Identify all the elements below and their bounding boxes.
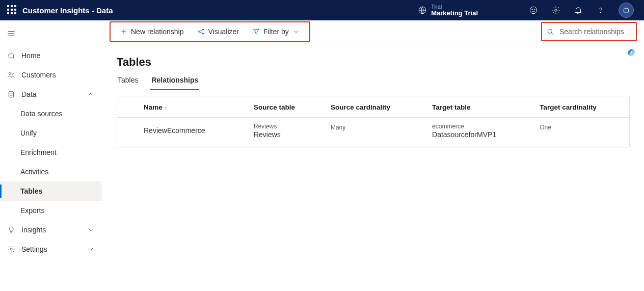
visualizer-button[interactable]: Visualizer [193,23,243,40]
app-launcher-icon[interactable] [7,5,17,15]
sidebar-item-activities[interactable]: Activities [0,162,102,181]
svg-point-11 [12,73,13,74]
main: New relationship Visualizer Filter by [102,20,644,291]
copilot-icon[interactable] [625,46,638,59]
sidebar-item-settings[interactable]: Settings [0,240,102,259]
customers-icon [7,71,15,79]
svg-point-12 [9,91,13,93]
sidebar-item-insights[interactable]: Insights [0,220,102,240]
avatar[interactable] [619,3,634,18]
gear-icon [7,245,15,253]
svg-point-17 [202,29,204,31]
page-tabs: Tables Relationships [117,76,630,91]
environment-name: Marketing Trial [431,10,478,17]
sidebar-item-enrichment[interactable]: Enrichment [0,143,102,162]
cell-name: ReviewEcommerce [117,118,246,147]
feedback-icon[interactable] [529,6,538,15]
svg-point-21 [548,29,552,33]
tab-label: Tables [118,76,138,84]
svg-line-20 [200,32,202,34]
sidebar-item-data-sources[interactable]: Data sources [0,104,102,123]
top-bar: Customer Insights - Data Trial Marketing… [0,0,644,20]
sort-asc-icon: ↑ [165,104,168,111]
relationships-table: Name↑ Source table Source cardinality Ta… [117,96,629,147]
sidebar-item-customers[interactable]: Customers [0,65,102,85]
chevron-down-icon [87,245,95,253]
insights-icon [7,226,15,234]
button-label: Filter by [263,28,289,36]
help-icon[interactable] [596,6,605,15]
button-label: Visualizer [208,28,239,36]
share-nodes-icon [197,28,205,36]
table-row[interactable]: ReviewEcommerce Reviews Reviews Many eco… [117,118,629,147]
filter-icon [252,28,260,36]
sidebar-item-label: Data [21,90,37,98]
filter-by-button[interactable]: Filter by [248,23,304,40]
col-target-cardinality[interactable]: Target cardinality [531,96,629,118]
svg-line-22 [551,33,553,34]
search-input[interactable] [558,27,632,36]
col-target-table[interactable]: Target table [424,96,531,118]
tab-tables[interactable]: Tables [117,76,139,90]
sidebar-item-label: Customers [21,71,56,79]
app-title: Customer Insights - Data [22,6,113,15]
svg-line-19 [200,30,202,32]
cell-source-cardinality: Many [323,118,424,147]
table-header-row: Name↑ Source table Source cardinality Ta… [117,96,629,118]
col-name[interactable]: Name↑ [117,96,246,118]
tab-relationships[interactable]: Relationships [150,76,199,90]
sidebar-item-label: Home [21,51,40,60]
cell-target-table: ecommerce DatasourceforMVP1 [424,118,531,147]
sidebar-item-label: Settings [21,245,47,253]
svg-point-16 [198,31,200,33]
sidebar-item-home[interactable]: Home [0,46,102,65]
page-title: Tables [117,56,630,69]
home-icon [7,51,15,60]
sidebar: Home Customers Data Data sources Unify E… [0,20,102,291]
svg-point-18 [202,33,204,35]
chevron-up-icon [87,90,95,98]
data-icon [7,90,15,98]
col-source-table[interactable]: Source table [246,96,323,118]
sidebar-item-unify[interactable]: Unify [0,123,102,143]
sidebar-item-exports[interactable]: Exports [0,201,102,220]
notifications-icon[interactable] [574,6,583,15]
sidebar-item-tables[interactable]: Tables [0,181,102,201]
svg-point-13 [10,248,12,250]
svg-point-2 [532,9,533,10]
sidebar-toggle[interactable] [6,29,18,41]
environment-switcher[interactable]: Trial Marketing Trial [418,4,478,17]
sidebar-item-data[interactable]: Data [0,85,102,104]
sidebar-item-label: Data sources [20,110,62,118]
svg-point-4 [555,9,557,12]
sidebar-item-label: Tables [20,187,42,195]
command-bar: New relationship Visualizer Filter by [102,20,644,43]
sidebar-item-label: Exports [20,206,44,215]
settings-icon[interactable] [551,6,560,15]
relationships-table-card: Name↑ Source table Source cardinality Ta… [117,96,630,147]
tab-label: Relationships [151,76,198,84]
chevron-down-icon [292,28,300,36]
globe-icon [418,6,427,15]
cell-source-table: Reviews Reviews [246,118,323,147]
cell-target-cardinality: One [531,118,629,147]
search-icon [546,28,554,36]
button-label: New relationship [131,28,184,36]
chevron-down-icon [87,226,95,234]
search-relationships[interactable] [541,22,637,41]
plus-icon [120,28,128,36]
sidebar-item-label: Insights [21,226,46,234]
svg-point-3 [534,9,535,10]
svg-point-10 [9,72,11,74]
svg-point-1 [530,7,537,14]
svg-rect-6 [624,9,628,12]
command-bar-left-highlight: New relationship Visualizer Filter by [110,21,310,42]
new-relationship-button[interactable]: New relationship [116,23,188,40]
col-source-cardinality[interactable]: Source cardinality [323,96,424,118]
sidebar-item-label: Unify [20,129,37,137]
sidebar-item-label: Activities [20,168,48,176]
sidebar-item-label: Enrichment [20,148,57,156]
svg-point-5 [600,12,601,13]
environment-label: Trial [431,4,478,10]
